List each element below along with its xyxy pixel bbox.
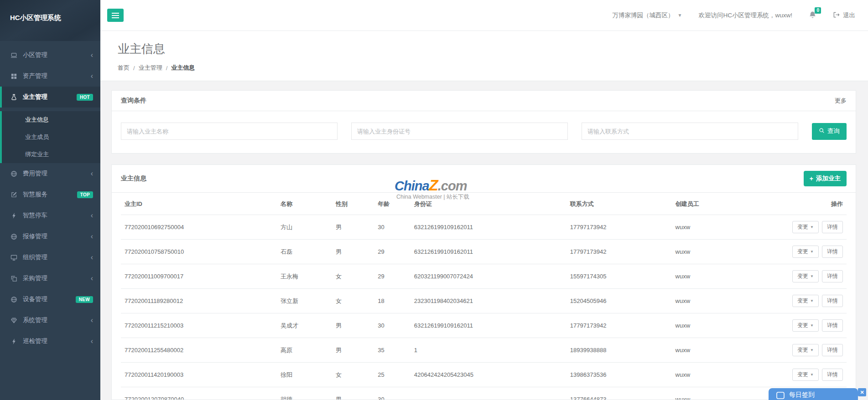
breadcrumb-owner-management[interactable]: 业主管理: [139, 64, 162, 72]
table-row: 772020011255480002高原男35118939938888wuxw变…: [121, 338, 847, 363]
cell-name: 高原: [277, 338, 332, 363]
sidebar-item-fee[interactable]: 费用管理‹: [0, 163, 100, 184]
sidebar-item-label: 费用管理: [23, 169, 47, 178]
change-button[interactable]: 变更▼: [792, 319, 819, 332]
page-heading: 业主信息 首页 / 业主管理 / 业主信息: [100, 31, 868, 81]
detail-button[interactable]: 详情: [822, 295, 843, 307]
column-header: 创建员工: [672, 193, 778, 215]
add-owner-label: 添加业主: [816, 174, 841, 183]
detail-button[interactable]: 详情: [822, 270, 843, 282]
globe-icon: [10, 170, 18, 177]
sidebar-item-owner[interactable]: 业主管理HOT: [0, 87, 100, 108]
topbar: 万博家博园（城西区） ▼ 欢迎访问HC小区管理系统，wuxw! 0 退出: [100, 0, 868, 31]
sidebar-item-system[interactable]: 系统管理‹: [0, 310, 100, 331]
cell-id-card: 420642424205423045: [411, 363, 567, 387]
notifications-button[interactable]: 0: [809, 11, 816, 20]
detail-button[interactable]: 详情: [822, 319, 843, 332]
community-selector-label: 万博家博园（城西区）: [613, 11, 674, 20]
menu-badge: HOT: [77, 94, 93, 101]
logout-button[interactable]: 退出: [833, 11, 855, 20]
cell-creator: wuxw: [672, 313, 778, 338]
cell-owner-id: 772020010692750004: [121, 215, 277, 240]
sidebar-item-asset[interactable]: 资产管理‹: [0, 66, 100, 87]
detail-button[interactable]: 详情: [822, 246, 843, 258]
sidebar-toggle-button[interactable]: [107, 9, 124, 22]
cell-owner-id: 772020012070870040: [121, 387, 277, 400]
sidebar-item-device[interactable]: 设备管理NEW: [0, 289, 100, 310]
cell-age: 29: [374, 240, 411, 264]
breadcrumb-separator: /: [133, 65, 135, 72]
signin-icon: [776, 391, 785, 400]
owner-name-input[interactable]: [121, 123, 338, 140]
caret-down-icon: ▼: [810, 323, 814, 328]
sidebar-item-parking[interactable]: 智慧停车‹: [0, 205, 100, 226]
caret-down-icon: ▼: [810, 225, 814, 229]
daily-signin-widget[interactable]: 每日签到: [769, 388, 858, 400]
cell-id-card: 632126199109162011: [411, 215, 567, 240]
cell-name: 石磊: [277, 240, 332, 264]
change-button[interactable]: 变更▼: [792, 246, 819, 258]
breadcrumb-home[interactable]: 首页: [118, 64, 130, 72]
globe-icon: [10, 233, 18, 240]
column-header: 名称: [277, 193, 332, 215]
table-row: 772020010758750010石磊男2963212619910916201…: [121, 240, 847, 264]
sidebar-item-purchase[interactable]: 采购管理‹: [0, 268, 100, 289]
sidebar-nav: 小区管理‹资产管理‹业主管理HOT业主信息业主成员绑定业主费用管理‹智慧服务TO…: [0, 45, 100, 352]
menu-badge: TOP: [77, 191, 93, 198]
change-button[interactable]: 变更▼: [792, 344, 819, 356]
page-title: 业主信息: [118, 41, 868, 57]
sidebar-item-organization[interactable]: 组织管理‹: [0, 247, 100, 268]
cell-gender: 男: [332, 313, 374, 338]
add-owner-button[interactable]: + 添加业主: [804, 171, 847, 186]
change-button[interactable]: 变更▼: [792, 221, 819, 233]
chevron-left-icon: ‹: [91, 233, 93, 240]
cell-id-card: 232301198402034621: [411, 289, 567, 313]
cell-actions: 变更▼详情: [778, 240, 847, 264]
sidebar-item-smart-service[interactable]: 智慧服务TOP: [0, 184, 100, 205]
sidebar-subitem-owner-info[interactable]: 业主信息: [2, 111, 100, 128]
cell-creator: wuxw: [672, 289, 778, 313]
change-button[interactable]: 变更▼: [792, 295, 819, 307]
change-button[interactable]: 变更▼: [792, 369, 819, 381]
sidebar-subitem-owner-bind[interactable]: 绑定业主: [2, 146, 100, 163]
cell-gender: 男: [332, 240, 374, 264]
cell-owner-id: 772020011420190003: [121, 363, 277, 387]
cell-name: 吴成才: [277, 313, 332, 338]
detail-button[interactable]: 详情: [822, 221, 843, 233]
cell-creator: wuxw: [672, 338, 778, 363]
search-button-label: 查询: [827, 127, 840, 135]
sidebar-item-repair[interactable]: 报修管理‹: [0, 226, 100, 247]
sidebar-subitem-owner-member[interactable]: 业主成员: [2, 128, 100, 146]
content-area: 查询条件 更多 查询 业主信息 + 添加业主: [100, 81, 868, 400]
close-icon[interactable]: ✕: [858, 388, 866, 396]
owners-panel: 业主信息 + 添加业主 业主ID名称性别年龄身份证联系方式创建员工操作 7720…: [111, 164, 856, 400]
owner-phone-input[interactable]: [582, 123, 798, 140]
owners-table: 业主ID名称性别年龄身份证联系方式创建员工操作 7720200106927500…: [112, 193, 856, 400]
cell-id-card: 632126199109162011: [411, 240, 567, 264]
sidebar-item-label: 组织管理: [23, 253, 47, 262]
cell-age: 35: [374, 338, 411, 363]
sidebar-item-inspection[interactable]: 巡检管理‹: [0, 331, 100, 352]
more-link[interactable]: 更多: [835, 97, 847, 105]
search-button[interactable]: 查询: [812, 123, 847, 140]
column-header: 身份证: [411, 193, 567, 215]
sign-out-icon: [833, 11, 840, 20]
owners-panel-title: 业主信息: [121, 174, 146, 183]
search-panel: 查询条件 更多 查询: [111, 90, 856, 154]
column-header: 操作: [778, 193, 847, 215]
detail-button[interactable]: 详情: [822, 344, 843, 356]
caret-down-icon: ▼: [810, 274, 814, 278]
owner-idcard-input[interactable]: [351, 123, 568, 140]
cell-phone: 17797173942: [567, 215, 672, 240]
column-header: 性别: [332, 193, 374, 215]
chevron-left-icon: ‹: [91, 317, 93, 324]
cell-actions: 变更▼详情: [778, 215, 847, 240]
cell-phone: 18939938888: [567, 338, 672, 363]
detail-button[interactable]: 详情: [822, 369, 843, 381]
sidebar-item-community[interactable]: 小区管理‹: [0, 45, 100, 66]
logout-label: 退出: [843, 11, 855, 20]
column-header: 联系方式: [567, 193, 672, 215]
laptop-icon: [10, 52, 18, 59]
change-button[interactable]: 变更▼: [792, 270, 819, 282]
community-selector[interactable]: 万博家博园（城西区） ▼: [613, 11, 682, 20]
